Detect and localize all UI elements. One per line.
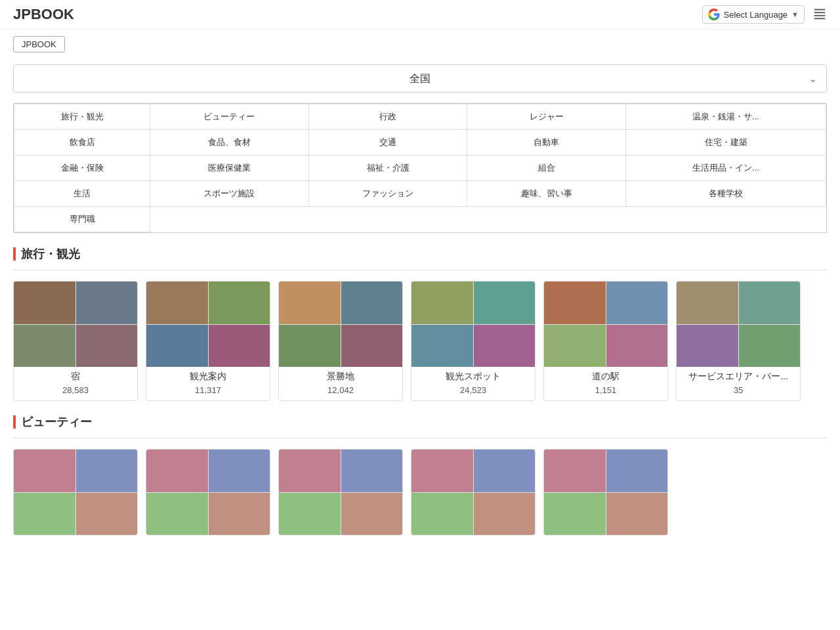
section-title-beauty: ビューティー (13, 414, 827, 430)
card-spot[interactable]: 観光スポット24,523 (411, 281, 536, 401)
cards-grid-travel: 宿28,583観光案内11,317景勝地12,042観光スポット24,523道の… (13, 281, 827, 401)
category-cell[interactable]: 飲食店 (14, 130, 150, 156)
category-cell[interactable]: ビューティー (150, 104, 309, 130)
thumb-piece (146, 325, 208, 368)
thumb-piece (279, 325, 341, 368)
thumb-piece (677, 325, 738, 368)
thumb-piece (474, 450, 536, 492)
category-cell (150, 207, 309, 232)
thumb-piece (76, 282, 138, 324)
cards-grid-beauty (13, 449, 827, 536)
thumb-piece (739, 325, 801, 368)
thumb-piece (14, 325, 75, 368)
breadcrumb-bar: JPBOOK (0, 30, 840, 59)
card-b4[interactable] (411, 449, 536, 536)
thumb-piece (606, 493, 668, 536)
svg-rect-2 (814, 14, 826, 16)
card-label-sa: サービスエリア・パー... (677, 367, 800, 384)
card-keishochi[interactable]: 景勝地12,042 (278, 281, 403, 401)
svg-rect-1 (814, 12, 826, 13)
category-cell[interactable]: ファッション (308, 181, 467, 207)
card-count-sa: 35 (677, 384, 800, 400)
category-cell[interactable]: スポーツ施設 (150, 181, 309, 207)
section-divider (13, 270, 827, 270)
category-cell[interactable]: 組合 (467, 156, 626, 181)
card-thumbnail-sa (677, 282, 800, 367)
thumb-piece (341, 450, 403, 492)
card-kankou[interactable]: 観光案内11,317 (146, 281, 270, 401)
category-cell[interactable]: 各種学校 (626, 181, 826, 207)
thumb-piece (411, 325, 473, 368)
category-cell (467, 207, 626, 232)
card-thumbnail-b2 (146, 450, 270, 535)
category-cell[interactable]: 行政 (308, 104, 467, 130)
thumb-piece (76, 325, 138, 368)
card-b2[interactable] (146, 449, 270, 536)
card-michi[interactable]: 道の駅1,151 (543, 281, 668, 401)
breadcrumb-tag[interactable]: JPBOOK (13, 36, 65, 52)
header-right: Select Language ▼ (702, 5, 827, 24)
card-b1[interactable] (13, 449, 138, 536)
thumb-piece (474, 493, 536, 536)
category-cell[interactable]: 食品、食材 (150, 130, 309, 156)
card-label-michi: 道の駅 (544, 367, 667, 384)
card-b5[interactable] (543, 449, 668, 536)
thumb-piece (341, 282, 403, 324)
card-count-michi: 1,151 (544, 384, 667, 400)
category-cell[interactable]: 住宅・建築 (626, 130, 826, 156)
thumb-piece (544, 450, 606, 492)
thumb-piece (279, 450, 341, 492)
card-count-kankou: 11,317 (146, 384, 270, 400)
card-label-kankou: 観光案内 (146, 367, 270, 384)
category-cell[interactable]: 自動車 (467, 130, 626, 156)
category-table: 旅行・観光ビューティー行政レジャー温泉・銭湯・サ...飲食店食品、食材交通自動車… (14, 104, 826, 232)
category-cell[interactable]: 専門職 (14, 207, 150, 232)
thumb-piece (411, 450, 473, 492)
card-label-shuku: 宿 (14, 367, 137, 384)
thumb-piece (544, 493, 606, 536)
card-thumbnail-kankou (146, 282, 270, 367)
section-travel: 旅行・観光宿28,583観光案内11,317景勝地12,042観光スポット24,… (13, 246, 827, 401)
thumb-piece (146, 493, 208, 536)
category-cell[interactable]: 福祉・介護 (308, 156, 467, 181)
card-b3[interactable] (278, 449, 403, 536)
category-cell[interactable]: 金融・保険 (14, 156, 150, 181)
category-cell[interactable]: 趣味、習い事 (467, 181, 626, 207)
category-cell[interactable]: 医療保健業 (150, 156, 309, 181)
category-cell[interactable]: 交通 (308, 130, 467, 156)
category-cell[interactable]: 生活 (14, 181, 150, 207)
header: JPBOOK Select Language ▼ (0, 0, 840, 30)
card-label-spot: 観光スポット (411, 367, 535, 384)
language-selector[interactable]: Select Language ▼ (702, 5, 805, 24)
category-cell[interactable]: レジャー (467, 104, 626, 130)
region-select[interactable]: 全国 北海道 東北 関東 中部 近畿 中国 四国 九州・沖縄 (14, 65, 826, 92)
card-thumbnail-shuku (14, 282, 137, 367)
thumb-piece (677, 282, 738, 324)
card-count-shuku: 28,583 (14, 384, 137, 400)
card-thumbnail-michi (544, 282, 667, 367)
category-cell[interactable]: 生活用品・イン... (626, 156, 826, 181)
card-thumbnail-keishochi (279, 282, 402, 367)
card-count-spot: 24,523 (411, 384, 535, 400)
thumb-piece (279, 282, 341, 324)
list-icon-svg (812, 7, 827, 21)
thumb-piece (341, 493, 403, 536)
thumb-piece (76, 450, 138, 492)
thumb-piece (474, 282, 536, 324)
card-sa[interactable]: サービスエリア・パー...35 (676, 281, 801, 401)
region-selector-wrap[interactable]: 全国 北海道 東北 関東 中部 近畿 中国 四国 九州・沖縄 ⌄ (13, 64, 827, 93)
category-cell[interactable]: 温泉・銭湯・サ... (626, 104, 826, 130)
category-cell[interactable]: 旅行・観光 (14, 104, 150, 130)
thumb-piece (606, 325, 668, 368)
language-arrow: ▼ (791, 10, 799, 18)
card-thumbnail-spot (411, 282, 535, 367)
thumb-piece (76, 493, 138, 536)
section-beauty: ビューティー (13, 414, 827, 536)
google-icon (708, 9, 720, 20)
category-grid: 旅行・観光ビューティー行政レジャー温泉・銭湯・サ...飲食店食品、食材交通自動車… (13, 103, 827, 233)
category-cell (308, 207, 467, 232)
list-view-icon[interactable] (812, 7, 827, 23)
card-thumbnail-b4 (411, 450, 535, 535)
card-shuku[interactable]: 宿28,583 (13, 281, 138, 401)
section-title-travel: 旅行・観光 (13, 246, 827, 262)
